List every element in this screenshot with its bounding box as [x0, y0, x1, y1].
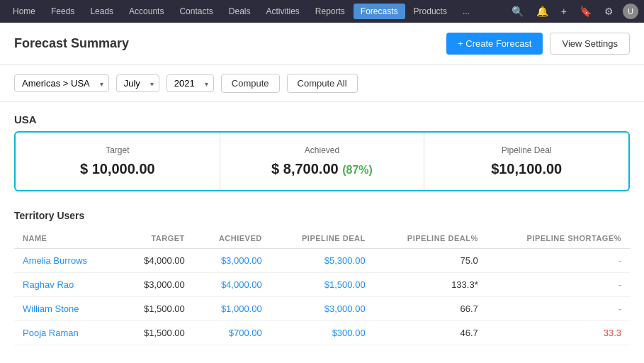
col-target: TARGET [119, 228, 193, 249]
create-forecast-button[interactable]: + Create Forecast [446, 33, 543, 55]
pipeline-shortage-pct-cell: - [487, 249, 630, 273]
user-name-cell[interactable]: Amelia Burrows [14, 249, 119, 273]
col-achieved: ACHIEVED [193, 228, 271, 249]
bookmark-icon[interactable]: 🔖 [576, 4, 595, 18]
pipeline-deal-pct-cell: 133.3* [374, 273, 487, 297]
target-value: $ 10,000.00 [30, 161, 205, 177]
user-avatar[interactable]: U [623, 4, 638, 19]
bell-icon[interactable]: 🔔 [533, 4, 552, 18]
pipeline-deal-cell[interactable]: $300.00 [271, 321, 374, 345]
pipeline-deal-cell[interactable]: $5,300.00 [271, 249, 374, 273]
nav-item-deals[interactable]: Deals [222, 4, 258, 19]
target-metric: Target $ 10,000.00 [16, 133, 220, 190]
year-filter[interactable]: 2021 [166, 74, 214, 92]
nav-item-accounts[interactable]: Accounts [122, 4, 171, 19]
pipeline-deal-cell[interactable]: $1,500.00 [271, 273, 374, 297]
pipeline-label: Pipeline Deal [439, 145, 614, 155]
compute-button[interactable]: Compute [221, 74, 280, 93]
top-navigation: Home Feeds Leads Accounts Contacts Deals… [0, 0, 644, 23]
table-row: Raghav Rao $3,000.00 $4,000.00 $1,500.00… [14, 273, 630, 297]
nav-item-more[interactable]: ... [456, 4, 477, 19]
user-name-cell[interactable]: William Stone [14, 297, 119, 321]
pipeline-value: $10,100.00 [439, 161, 614, 177]
pipeline-shortage-pct-cell: - [487, 273, 630, 297]
table-header-row: NAME TARGET ACHIEVED PIPELINE DEAL PIPEL… [14, 228, 630, 249]
page-title: Forecast Summary [14, 36, 129, 51]
settings-icon[interactable]: ⚙ [601, 4, 617, 18]
territory-filter[interactable]: Americas > USA [14, 74, 109, 92]
table-row: Amelia Burrows $4,000.00 $3,000.00 $5,30… [14, 249, 630, 273]
search-icon[interactable]: 🔍 [508, 4, 527, 18]
col-name: NAME [14, 228, 119, 249]
add-icon[interactable]: + [558, 4, 570, 18]
pipeline-shortage-pct-cell: - [487, 297, 630, 321]
nav-item-activities[interactable]: Activities [259, 4, 306, 19]
nav-item-products[interactable]: Products [407, 4, 454, 19]
achieved-metric: Achieved $ 8,700.00 (87%) [220, 133, 425, 190]
achieved-cell[interactable]: $1,000.00 [193, 297, 271, 321]
territory-section: Territory Users NAME TARGET ACHIEVED PIP… [0, 203, 644, 345]
col-pipeline-deal-pct: PIPELINE DEAL% [374, 228, 487, 249]
pipeline-metric: Pipeline Deal $10,100.00 [424, 133, 628, 190]
achieved-value: $ 8,700.00 (87%) [235, 161, 410, 177]
target-cell: $3,000.00 [119, 273, 193, 297]
region-label: USA [0, 102, 644, 131]
nav-right-actions: 🔍 🔔 + 🔖 ⚙ U [508, 4, 638, 19]
summary-card: Target $ 10,000.00 Achieved $ 8,700.00 (… [14, 131, 630, 191]
pipeline-deal-cell[interactable]: $3,000.00 [271, 297, 374, 321]
target-cell: $1,500.00 [119, 321, 193, 345]
achieved-cell[interactable]: $4,000.00 [193, 273, 271, 297]
target-cell: $4,000.00 [119, 249, 193, 273]
user-name-cell[interactable]: Pooja Raman [14, 321, 119, 345]
table-row: William Stone $1,500.00 $1,000.00 $3,000… [14, 297, 630, 321]
compute-all-button[interactable]: Compute All [287, 74, 358, 93]
page-header: Forecast Summary + Create Forecast View … [0, 23, 644, 65]
page-content: Forecast Summary + Create Forecast View … [0, 23, 644, 363]
territory-title: Territory Users [14, 210, 630, 221]
pipeline-deal-pct-cell: 75.0 [374, 249, 487, 273]
col-pipeline-deal: PIPELINE DEAL [271, 228, 374, 249]
achieved-cell[interactable]: $3,000.00 [193, 249, 271, 273]
nav-item-feeds[interactable]: Feeds [44, 4, 81, 19]
header-actions: + Create Forecast View Settings [446, 33, 630, 55]
col-pipeline-shortage-pct: PIPELINE SHORTAGE% [487, 228, 630, 249]
pipeline-shortage-pct-cell: 33.3 [487, 321, 630, 345]
nav-item-reports[interactable]: Reports [308, 4, 352, 19]
pipeline-deal-pct-cell: 66.7 [374, 297, 487, 321]
achieved-label: Achieved [235, 145, 410, 155]
nav-item-leads[interactable]: Leads [83, 4, 120, 19]
table-row: Pooja Raman $1,500.00 $700.00 $300.00 46… [14, 321, 630, 345]
target-cell: $1,500.00 [119, 297, 193, 321]
achieved-percent: (87%) [342, 164, 373, 176]
pipeline-deal-pct-cell: 46.7 [374, 321, 487, 345]
view-settings-button[interactable]: View Settings [550, 33, 630, 55]
target-label: Target [30, 145, 205, 155]
achieved-cell[interactable]: $700.00 [193, 321, 271, 345]
territory-table: NAME TARGET ACHIEVED PIPELINE DEAL PIPEL… [14, 228, 630, 345]
month-filter[interactable]: July [116, 74, 159, 92]
filters-bar: Americas > USA July 2021 Compute Compute… [0, 65, 644, 102]
user-name-cell[interactable]: Raghav Rao [14, 273, 119, 297]
nav-item-contacts[interactable]: Contacts [172, 4, 220, 19]
nav-item-forecasts[interactable]: Forecasts [354, 4, 405, 19]
nav-item-home[interactable]: Home [6, 4, 43, 19]
